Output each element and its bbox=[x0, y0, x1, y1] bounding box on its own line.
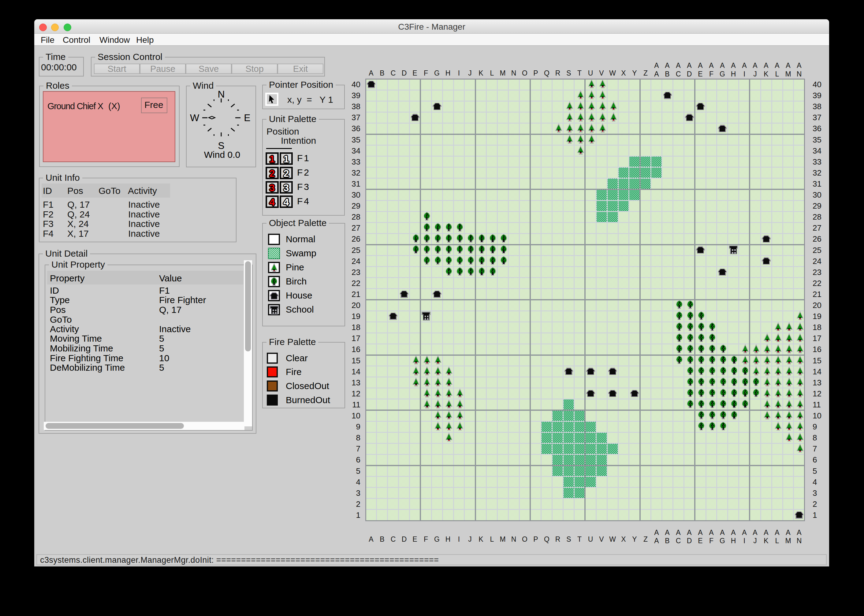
svg-text:E: E bbox=[244, 112, 250, 123]
svg-text:W: W bbox=[190, 112, 200, 123]
svg-text:N: N bbox=[217, 89, 225, 100]
svg-text:Wind 0.0: Wind 0.0 bbox=[204, 149, 240, 160]
